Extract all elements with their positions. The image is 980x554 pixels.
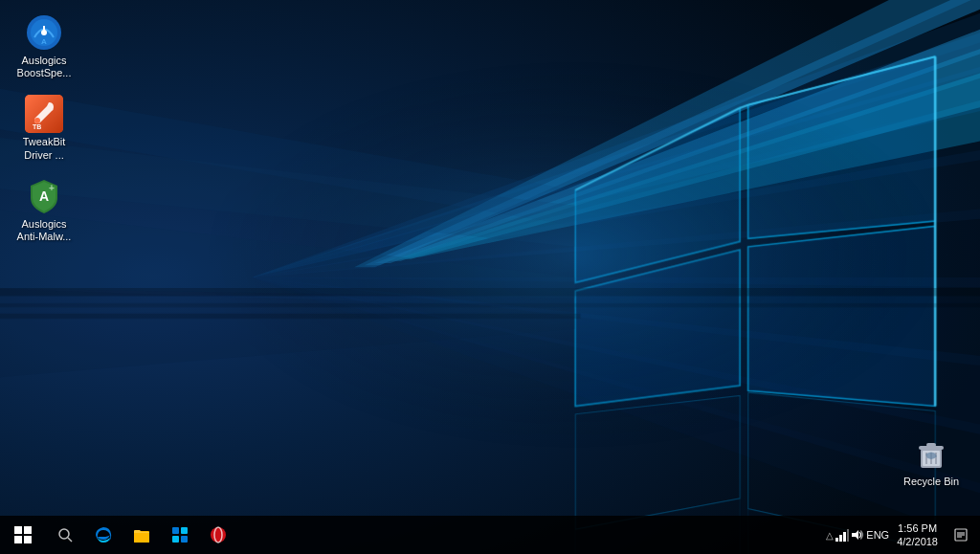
svg-marker-77 — [852, 530, 858, 540]
taskbar-store-icon[interactable] — [161, 516, 199, 554]
svg-rect-59 — [14, 526, 22, 534]
svg-rect-67 — [172, 527, 179, 534]
svg-text:+: + — [49, 183, 55, 193]
svg-rect-66 — [134, 533, 149, 543]
desktop: A Auslogics BoostSpe... — [0, 0, 980, 554]
tray-language-indicator[interactable]: ENG — [866, 529, 889, 541]
taskbar: △ ENG — [0, 516, 980, 554]
svg-rect-61 — [14, 536, 22, 543]
taskbar-left — [0, 516, 237, 554]
auslogics-boostspeed-image: A — [25, 13, 63, 52]
svg-point-63 — [59, 529, 69, 539]
svg-point-71 — [211, 527, 226, 543]
taskbar-edge-icon[interactable] — [84, 516, 122, 554]
svg-text:TB: TB — [33, 123, 41, 130]
recycle-bin-label: Recycle Bin — [903, 476, 959, 488]
svg-text:A: A — [41, 37, 47, 46]
svg-rect-69 — [172, 536, 179, 543]
tray-expand-button[interactable]: △ — [826, 530, 834, 541]
tray-date-display: 4/2/2018 — [897, 535, 938, 548]
auslogics-boostspeed-label: Auslogics BoostSpe... — [17, 55, 72, 79]
tweakbit-driver-label: TweakBit Driver ... — [23, 136, 66, 161]
svg-rect-60 — [24, 526, 32, 534]
tray-network-icon[interactable] — [835, 528, 849, 542]
recycle-bin-image — [912, 434, 950, 473]
start-button[interactable] — [0, 516, 46, 554]
action-center-button[interactable] — [946, 516, 976, 554]
svg-rect-62 — [24, 536, 32, 543]
svg-line-64 — [68, 538, 72, 542]
search-button[interactable] — [46, 516, 84, 554]
taskbar-tray: △ ENG — [826, 516, 980, 554]
tray-time-display: 1:56 PM — [898, 521, 937, 535]
recycle-bin-icon[interactable]: Recycle Bin — [897, 431, 966, 492]
svg-text:A: A — [39, 188, 49, 204]
tweakbit-driver-icon[interactable]: TB TweakBit Driver ... — [10, 91, 78, 165]
svg-rect-55 — [926, 443, 936, 447]
svg-rect-40 — [0, 0, 980, 554]
svg-rect-70 — [181, 536, 188, 543]
svg-rect-75 — [843, 532, 846, 542]
svg-rect-68 — [181, 527, 188, 534]
taskbar-opera-icon[interactable] — [199, 516, 237, 554]
svg-rect-73 — [835, 538, 838, 542]
desktop-icons: A Auslogics BoostSpe... — [10, 10, 78, 247]
auslogics-antimalware-icon[interactable]: A + Auslogics Anti-Malw... — [10, 173, 78, 247]
auslogics-antimalware-label: Auslogics Anti-Malw... — [17, 218, 72, 243]
auslogics-boostspeed-icon[interactable]: A Auslogics BoostSpe... — [10, 10, 78, 83]
tray-clock[interactable]: 1:56 PM 4/2/2018 — [891, 521, 944, 549]
tray-volume-icon[interactable] — [851, 528, 864, 542]
taskbar-explorer-icon[interactable] — [122, 516, 161, 554]
tweakbit-driver-image: TB — [25, 95, 63, 133]
svg-rect-74 — [839, 535, 842, 542]
svg-rect-76 — [847, 529, 849, 542]
auslogics-antimalware-image: A + — [25, 177, 63, 215]
